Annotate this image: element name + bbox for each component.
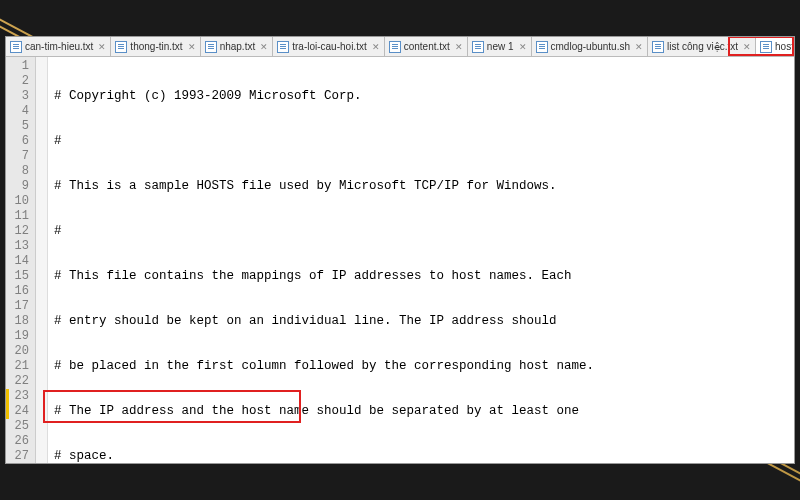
line-number: 5	[6, 119, 29, 134]
file-icon	[389, 41, 401, 53]
close-icon[interactable]: ✕	[188, 42, 196, 52]
code-line: # The IP address and the host name shoul…	[54, 404, 794, 419]
tab-label: thong-tin.txt	[130, 41, 182, 52]
tab-list-cong-viec[interactable]: list công việc.txt ✕	[648, 37, 756, 56]
file-icon	[472, 41, 484, 53]
tab-hosts[interactable]: hosts ✕	[756, 37, 794, 56]
close-icon[interactable]: ✕	[455, 42, 463, 52]
tab-label: content.txt	[404, 41, 450, 52]
code-area[interactable]: # Copyright (c) 1993-2009 Microsoft Corp…	[48, 57, 794, 463]
close-icon[interactable]: ✕	[372, 42, 380, 52]
code-line: # entry should be kept on an individual …	[54, 314, 794, 329]
file-icon	[536, 41, 548, 53]
line-number: 7	[6, 149, 29, 164]
line-number: 26	[6, 434, 29, 449]
line-number: 19	[6, 329, 29, 344]
tab-new-1[interactable]: new 1 ✕	[468, 37, 532, 56]
tab-content[interactable]: content.txt ✕	[385, 37, 468, 56]
close-icon[interactable]: ✕	[635, 42, 643, 52]
code-line: # be placed in the first column followed…	[54, 359, 794, 374]
code-line: # This is a sample HOSTS file used by Mi…	[54, 179, 794, 194]
line-number: 1	[6, 59, 29, 74]
line-number: 9	[6, 179, 29, 194]
line-number: 15	[6, 269, 29, 284]
line-number: 25	[6, 419, 29, 434]
gutter-change-marker	[6, 389, 9, 419]
close-icon[interactable]: ✕	[519, 42, 527, 52]
line-number: 24	[6, 404, 29, 419]
editor-window: can-tim-hieu.txt ✕ thong-tin.txt ✕ nhap.…	[5, 36, 795, 464]
tab-nhap[interactable]: nhap.txt ✕	[201, 37, 274, 56]
line-number: 22	[6, 374, 29, 389]
file-icon	[205, 41, 217, 53]
line-number: 17	[6, 299, 29, 314]
tab-label: can-tim-hieu.txt	[25, 41, 93, 52]
tab-label: list công việc.txt	[667, 41, 738, 52]
file-icon	[10, 41, 22, 53]
line-number: 23	[6, 389, 29, 404]
editor-body: 1 2 3 4 5 6 7 8 9 10 11 12 13 14 15 16 1…	[6, 57, 794, 463]
tab-label: hosts	[775, 41, 794, 52]
line-number: 14	[6, 254, 29, 269]
line-number: 2	[6, 74, 29, 89]
line-number: 13	[6, 239, 29, 254]
tab-label: tra-loi-cau-hoi.txt	[292, 41, 366, 52]
tab-cmdlog[interactable]: cmdlog-ubuntu.sh ✕	[532, 37, 649, 56]
code-line: # space.	[54, 449, 794, 463]
file-icon	[652, 41, 664, 53]
line-number: 3	[6, 89, 29, 104]
file-icon	[760, 41, 772, 53]
close-icon[interactable]: ✕	[98, 42, 106, 52]
line-number: 11	[6, 209, 29, 224]
file-icon	[115, 41, 127, 53]
tab-label: new 1	[487, 41, 514, 52]
code-line: # This file contains the mappings of IP …	[54, 269, 794, 284]
code-line: #	[54, 134, 794, 149]
line-number: 4	[6, 104, 29, 119]
close-icon[interactable]: ✕	[743, 42, 751, 52]
tab-label: cmdlog-ubuntu.sh	[551, 41, 631, 52]
line-number: 6	[6, 134, 29, 149]
file-icon	[277, 41, 289, 53]
line-number: 16	[6, 284, 29, 299]
tab-tra-loi[interactable]: tra-loi-cau-hoi.txt ✕	[273, 37, 384, 56]
line-number: 20	[6, 344, 29, 359]
tab-can-tim-hieu[interactable]: can-tim-hieu.txt ✕	[6, 37, 111, 56]
line-number: 10	[6, 194, 29, 209]
close-icon[interactable]: ✕	[260, 42, 268, 52]
line-number: 21	[6, 359, 29, 374]
line-number: 27	[6, 449, 29, 463]
tab-label: nhap.txt	[220, 41, 256, 52]
tab-bar: can-tim-hieu.txt ✕ thong-tin.txt ✕ nhap.…	[6, 37, 794, 57]
line-number-gutter: 1 2 3 4 5 6 7 8 9 10 11 12 13 14 15 16 1…	[6, 57, 36, 463]
line-number: 12	[6, 224, 29, 239]
code-line: # Copyright (c) 1993-2009 Microsoft Corp…	[54, 89, 794, 104]
tab-thong-tin[interactable]: thong-tin.txt ✕	[111, 37, 200, 56]
line-number: 18	[6, 314, 29, 329]
line-number: 8	[6, 164, 29, 179]
fold-column	[36, 57, 48, 463]
code-line: #	[54, 224, 794, 239]
